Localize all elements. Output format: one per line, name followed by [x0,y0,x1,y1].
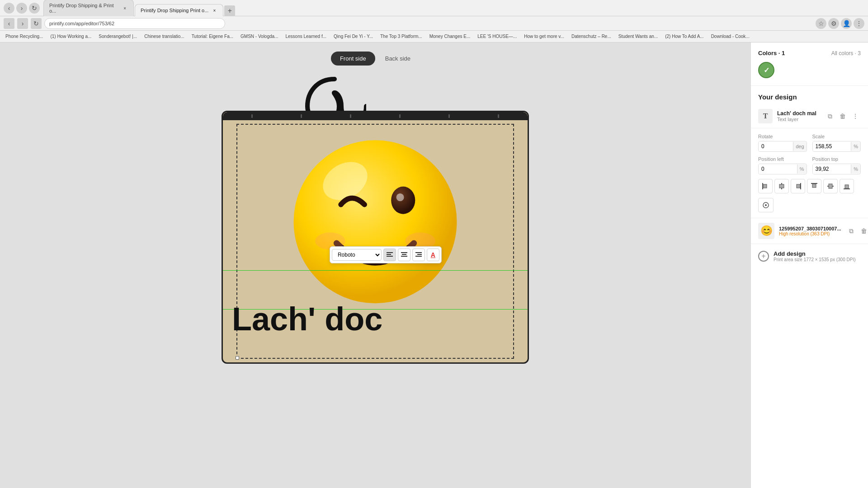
profile-btn[interactable]: 👤 [841,18,852,29]
bag-content: Lach' doc Roboto [223,120,528,362]
colors-section: Colors · 1 All colors · 3 ✓ [751,42,868,86]
smiley-svg [289,125,461,314]
reload-button[interactable]: ↻ [29,3,40,14]
align-row-horizontal [758,179,861,193]
bookmark-7[interactable]: Qing Fei De Yi - Y... [332,33,375,40]
bookmark-1[interactable]: (1) How Working a... [48,33,93,40]
text-formatting-toolbar: Roboto [330,246,442,263]
bookmark-15[interactable]: Download - Cook... [709,33,751,40]
new-tab-button[interactable]: + [224,5,235,16]
tabs-bar: Printify Drop Shipping & Print o... × Pr… [43,0,864,16]
svg-rect-27 [829,184,832,188]
bookmark-6[interactable]: Lessons Learned f... [283,33,328,40]
menu-btn[interactable]: ⋮ [854,18,864,29]
image-layer-info: 125995207_38030710007... High resolution… [779,226,841,236]
align-center-v-btn[interactable] [823,179,838,193]
bookmark-star[interactable]: ☆ [816,18,826,29]
style-options-btn[interactable] [758,198,774,212]
svg-rect-17 [415,256,422,257]
align-center-button[interactable] [398,249,410,261]
bookmark-12[interactable]: Datenschutz – Re... [570,33,613,40]
bookmark-14[interactable]: (2) How To Add A... [663,33,705,40]
position-top-wrapper: % [812,164,861,174]
scale-input-wrapper: % [812,141,861,152]
back-side-button[interactable]: Back side [376,52,420,66]
scale-input[interactable] [813,141,851,151]
text-layer-type: Text layer [777,117,820,122]
address-back[interactable]: ‹ [4,18,14,29]
svg-rect-9 [387,252,393,253]
image-layer-copy-btn[interactable]: ⧉ [846,225,857,236]
tab-1-close[interactable]: × [122,5,128,11]
position-top-input[interactable] [813,164,851,174]
image-layer-delete-btn[interactable]: 🗑 [859,225,868,236]
image-layer-row[interactable]: 😊 125995207_38030710007... High resoluti… [751,218,868,244]
align-bottom-edge-btn[interactable] [840,179,854,193]
bookmark-11[interactable]: How to get more v... [522,33,566,40]
color-swatch[interactable]: ✓ [758,62,774,78]
svg-rect-25 [812,184,816,188]
image-thumbnail: 😊 [758,223,774,239]
bookmark-3[interactable]: Chinese translatio... [142,33,186,40]
bookmark-2[interactable]: Sonderangebot! |... [97,33,139,40]
align-left-button[interactable] [383,249,396,261]
image-layer-name: 125995207_38030710007... [779,226,841,231]
align-right-edge-btn[interactable] [791,179,805,193]
rotate-input[interactable] [759,141,793,151]
bookmark-10[interactable]: LEE 'S HOUSE—... [476,33,519,40]
address-forward[interactable]: › [17,18,28,29]
align-center-h-icon [778,183,785,190]
forward-button[interactable]: › [16,3,27,14]
bag-body[interactable]: Lach' doc Roboto [222,111,529,364]
bookmark-4[interactable]: Tutorial: Eigene Fa... [190,33,235,40]
image-layer-actions: ⧉ 🗑 ⋮ [846,225,868,236]
align-center-h-btn[interactable] [774,179,789,193]
bookmark-0[interactable]: Phone Recycling... [4,33,45,40]
bookmark-13[interactable]: Student Wants an... [617,33,660,40]
bag-zipper [223,112,528,120]
add-design-info: Add design Print area size 1772 × 1535 p… [774,250,856,262]
rotate-input-wrapper: deg [758,141,807,152]
tab-1[interactable]: Printify Drop Shipping & Print o... × [43,0,134,16]
align-right-button[interactable] [412,249,425,261]
position-left-wrapper: % [758,164,807,174]
svg-rect-15 [415,252,422,253]
add-design-row[interactable]: + Add design Print area size 1772 × 1535… [751,244,868,268]
align-left-edge-icon [762,183,769,190]
text-layer-row[interactable]: T Lach' doch mal Text layer ⧉ 🗑 ⋮ [751,104,868,128]
back-button[interactable]: ‹ [4,3,14,14]
bookmark-8[interactable]: The Top 3 Platform... [378,33,424,40]
bookmark-5[interactable]: GMSN - Vologda... [239,33,280,40]
colors-label: Colors · 1 [758,50,785,56]
text-layer-icon: T [758,109,773,123]
browser-nav-controls: ‹ › ↻ [4,3,40,14]
rotate-label: Rotate [758,134,807,139]
view-toggle: Front side Back side [331,52,420,66]
text-color-button[interactable]: A [427,249,439,261]
svg-point-6 [396,193,404,201]
text-overlay[interactable]: Lach' doc [232,303,519,335]
align-top-edge-icon [811,183,818,190]
font-select[interactable]: Roboto [332,249,382,261]
text-layer-delete-btn[interactable]: 🗑 [837,111,848,122]
svg-point-3 [294,140,457,303]
position-left-input[interactable] [759,164,797,174]
svg-point-5 [391,187,415,214]
all-colors-toggle[interactable]: All colors · 3 [831,50,861,56]
resize-handle-bottom-left[interactable] [236,356,239,360]
tab-2-close[interactable]: × [211,7,217,14]
extensions-btn[interactable]: ⚙ [828,18,839,29]
svg-rect-29 [845,185,849,188]
tab-2[interactable]: Printify Drop Shipping Print o... × [135,4,223,16]
front-side-button[interactable]: Front side [331,52,375,66]
bookmark-9[interactable]: Money Changes E... [428,33,472,40]
scale-unit: % [851,142,860,151]
emoji-thumb-icon: 😊 [760,225,773,237]
address-input[interactable] [44,18,225,29]
address-reload[interactable]: ↻ [31,18,42,29]
align-top-edge-btn[interactable] [807,179,821,193]
svg-rect-23 [797,184,800,188]
text-layer-more-btn[interactable]: ⋮ [850,111,861,122]
align-left-edge-btn[interactable] [758,179,773,193]
text-layer-copy-btn[interactable]: ⧉ [825,111,835,122]
